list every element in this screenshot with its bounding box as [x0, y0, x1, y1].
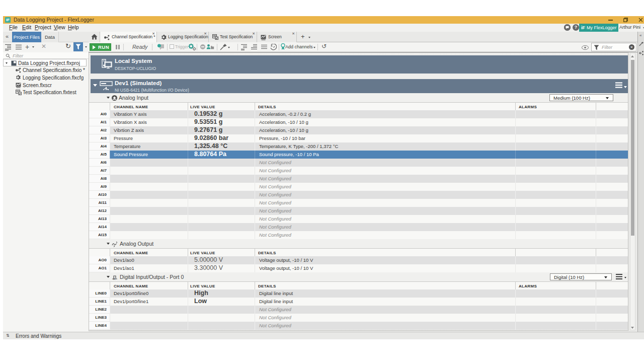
svg-text:A: A: [113, 277, 116, 280]
